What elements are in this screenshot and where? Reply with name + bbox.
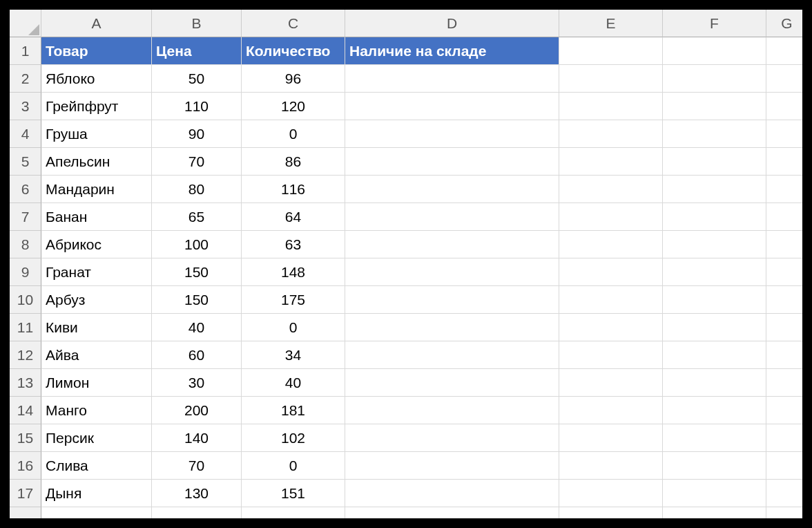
cell-empty[interactable] bbox=[663, 65, 766, 93]
cell-product[interactable]: Киви bbox=[41, 314, 152, 341]
cell-price[interactable]: 150 bbox=[152, 286, 242, 314]
cell-empty[interactable] bbox=[345, 203, 559, 231]
row-header-4[interactable]: 4 bbox=[10, 120, 41, 148]
row-header-6[interactable]: 6 bbox=[10, 176, 41, 203]
cell-price[interactable]: 200 bbox=[152, 397, 242, 424]
row-header-16[interactable]: 16 bbox=[10, 452, 41, 480]
cell-empty[interactable] bbox=[766, 369, 802, 397]
cell-price[interactable]: 70 bbox=[152, 148, 242, 176]
header-qty[interactable]: Количество bbox=[242, 37, 345, 65]
cell-empty[interactable] bbox=[345, 120, 559, 148]
cell-empty[interactable] bbox=[345, 176, 559, 203]
column-header-G[interactable]: G bbox=[766, 10, 802, 37]
cell-empty[interactable] bbox=[663, 341, 766, 369]
row-header-2[interactable]: 2 bbox=[10, 65, 41, 93]
cell-qty[interactable]: 63 bbox=[242, 231, 345, 258]
row-header-5[interactable]: 5 bbox=[10, 148, 41, 176]
column-header-A[interactable]: A bbox=[41, 10, 152, 37]
row-header-1[interactable]: 1 bbox=[10, 37, 41, 65]
header-price[interactable]: Цена bbox=[152, 37, 242, 65]
cell-product[interactable]: Грейпфрут bbox=[41, 93, 152, 120]
row-header-15[interactable]: 15 bbox=[10, 424, 41, 452]
header-stock[interactable]: Наличие на складе bbox=[345, 37, 559, 65]
row-header-7[interactable]: 7 bbox=[10, 203, 41, 231]
cell-price[interactable]: 80 bbox=[152, 176, 242, 203]
cell-qty[interactable]: 0 bbox=[242, 452, 345, 480]
cell-empty[interactable] bbox=[559, 203, 663, 231]
cell-empty[interactable] bbox=[345, 424, 559, 452]
cell-price[interactable]: 40 bbox=[152, 314, 242, 341]
cell-qty[interactable]: 151 bbox=[242, 480, 345, 507]
cell-product[interactable]: Манго bbox=[41, 397, 152, 424]
cell-qty[interactable]: 64 bbox=[242, 203, 345, 231]
row-header-10[interactable]: 10 bbox=[10, 286, 41, 314]
cell-empty[interactable] bbox=[242, 507, 345, 518]
cell-empty[interactable] bbox=[663, 286, 766, 314]
cell-empty[interactable] bbox=[345, 286, 559, 314]
row-header-11[interactable]: 11 bbox=[10, 314, 41, 341]
cell-empty[interactable] bbox=[345, 314, 559, 341]
cell-empty[interactable] bbox=[663, 176, 766, 203]
cell-empty[interactable] bbox=[559, 148, 663, 176]
cell-empty[interactable] bbox=[559, 369, 663, 397]
cell-price[interactable]: 60 bbox=[152, 341, 242, 369]
cell-empty[interactable] bbox=[41, 507, 152, 518]
cell-qty[interactable]: 86 bbox=[242, 148, 345, 176]
cell-qty[interactable]: 148 bbox=[242, 258, 345, 286]
cell-price[interactable]: 70 bbox=[152, 452, 242, 480]
row-header-9[interactable]: 9 bbox=[10, 258, 41, 286]
cell-empty[interactable] bbox=[663, 93, 766, 120]
cell-product[interactable]: Яблоко bbox=[41, 65, 152, 93]
cell-price[interactable]: 140 bbox=[152, 424, 242, 452]
cell-empty[interactable] bbox=[766, 452, 802, 480]
cell-price[interactable]: 150 bbox=[152, 258, 242, 286]
cell-empty[interactable] bbox=[559, 314, 663, 341]
select-all-corner[interactable] bbox=[10, 10, 41, 37]
cell-product[interactable]: Слива bbox=[41, 452, 152, 480]
cell-empty[interactable] bbox=[345, 258, 559, 286]
cell-price[interactable]: 110 bbox=[152, 93, 242, 120]
cell-empty[interactable] bbox=[766, 231, 802, 258]
column-header-E[interactable]: E bbox=[559, 10, 663, 37]
cell-qty[interactable]: 96 bbox=[242, 65, 345, 93]
cell-empty[interactable] bbox=[559, 93, 663, 120]
cell-product[interactable]: Айва bbox=[41, 341, 152, 369]
header-product[interactable]: Товар bbox=[41, 37, 152, 65]
cell-product[interactable]: Дыня bbox=[41, 480, 152, 507]
cell-product[interactable]: Абрикос bbox=[41, 231, 152, 258]
cell-price[interactable]: 130 bbox=[152, 480, 242, 507]
cell-empty[interactable] bbox=[345, 231, 559, 258]
cell-empty[interactable] bbox=[663, 369, 766, 397]
cell-product[interactable]: Гранат bbox=[41, 258, 152, 286]
cell-empty[interactable] bbox=[559, 397, 663, 424]
cell-empty[interactable] bbox=[345, 341, 559, 369]
cell-qty[interactable]: 181 bbox=[242, 397, 345, 424]
row-header-3[interactable]: 3 bbox=[10, 93, 41, 120]
cell-empty[interactable] bbox=[663, 120, 766, 148]
cell-price[interactable]: 50 bbox=[152, 65, 242, 93]
cell-price[interactable]: 30 bbox=[152, 369, 242, 397]
cell-empty[interactable] bbox=[663, 203, 766, 231]
cell-empty[interactable] bbox=[559, 480, 663, 507]
cell-empty[interactable] bbox=[766, 65, 802, 93]
spreadsheet-grid[interactable]: ABCDEFG1ТоварЦенаКоличествоНаличие на ск… bbox=[10, 10, 802, 518]
cell-empty[interactable] bbox=[766, 286, 802, 314]
cell-empty[interactable] bbox=[345, 397, 559, 424]
cell-empty[interactable] bbox=[766, 93, 802, 120]
cell-product[interactable]: Груша bbox=[41, 120, 152, 148]
cell-product[interactable]: Арбуз bbox=[41, 286, 152, 314]
row-header-13[interactable]: 13 bbox=[10, 369, 41, 397]
cell-empty[interactable] bbox=[766, 203, 802, 231]
cell-empty[interactable] bbox=[345, 480, 559, 507]
cell-empty[interactable] bbox=[559, 176, 663, 203]
cell-empty[interactable] bbox=[663, 507, 766, 518]
cell-product[interactable]: Персик bbox=[41, 424, 152, 452]
cell-product[interactable]: Апельсин bbox=[41, 148, 152, 176]
cell-price[interactable]: 90 bbox=[152, 120, 242, 148]
cell-empty[interactable] bbox=[766, 314, 802, 341]
cell-empty[interactable] bbox=[766, 258, 802, 286]
cell-empty[interactable] bbox=[345, 507, 559, 518]
cell-empty[interactable] bbox=[663, 452, 766, 480]
cell-qty[interactable]: 120 bbox=[242, 93, 345, 120]
cell-product[interactable]: Лимон bbox=[41, 369, 152, 397]
